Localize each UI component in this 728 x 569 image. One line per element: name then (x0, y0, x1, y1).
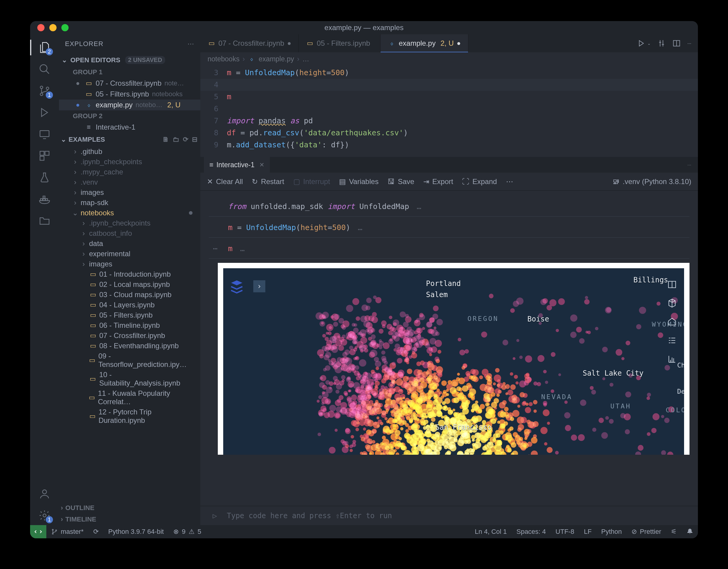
timeline-section[interactable]: › TIMELINE (59, 514, 200, 525)
explorer-more-icon[interactable]: ⋯ (187, 40, 194, 48)
map-canvas[interactable]: › BillingsPortlandSalemBoiseSalt Lake Ci… (223, 268, 684, 455)
remote-indicator[interactable] (30, 525, 46, 538)
formatter-status[interactable]: ⊘Prettier (627, 528, 666, 536)
activity-folder[interactable] (35, 211, 54, 230)
open-editor-row[interactable]: ≡Interactive-1 (59, 122, 200, 133)
tree-file[interactable]: ▭01 - Introduction.ipynb (59, 269, 200, 279)
tree-folder[interactable]: ›map-sdk (59, 198, 200, 208)
activity-settings[interactable]: 1 (35, 506, 54, 525)
interactive-input[interactable]: ▷ Type code here and press ⇧Enter to run (200, 506, 698, 525)
problems-status[interactable]: ⊗9 ⚠5 (168, 528, 206, 536)
tree-folder-notebooks[interactable]: ⌄ notebooks (59, 208, 200, 218)
interactive-body[interactable]: from unfolded.map_sdk import UnfoldedMap… (200, 191, 698, 506)
editor-tab[interactable]: ⬨example.py2, U● (381, 34, 468, 52)
play-icon[interactable]: ▷ (209, 512, 221, 520)
tree-file[interactable]: ▭02 - Local maps.ipynb (59, 279, 200, 290)
new-file-icon[interactable]: 🗎 (162, 136, 169, 143)
interactive-cell[interactable]: from unfolded.map_sdk import UnfoldedMap… (209, 200, 689, 217)
activity-search[interactable] (35, 60, 54, 79)
tree-file[interactable]: ▭08 - Eventhandling.ipynb (59, 341, 200, 351)
breadcrumb-seg[interactable]: notebooks (208, 55, 239, 63)
kernel-selector[interactable]: 🖳.venv (Python 3.8.10) (612, 177, 691, 186)
code-line[interactable]: 3m = UnfoldedMap(height=500) (200, 67, 698, 79)
run-icon[interactable] (637, 39, 646, 48)
eol-status[interactable]: LF (579, 528, 597, 536)
cell-gutter-ellipsis[interactable]: ⋯ (213, 244, 217, 253)
open-editors-section[interactable]: ⌄ OPEN EDITORS 2 UNSAVED (59, 54, 200, 66)
split-icon[interactable] (672, 39, 681, 48)
git-branch-status[interactable]: master* (46, 528, 88, 536)
tree-folder[interactable]: ›.mypy_cache (59, 167, 200, 177)
clear-all-button[interactable]: ✕Clear All (207, 177, 243, 186)
activity-remote-explorer[interactable] (35, 125, 54, 144)
activity-extensions[interactable] (35, 146, 54, 165)
tree-folder[interactable]: ›experimental (59, 249, 200, 259)
code-line[interactable]: 9m.add_dataset({'data': df}) (200, 139, 698, 151)
diff-icon[interactable] (657, 39, 666, 48)
interactive-cell[interactable]: m = UnfoldedMap(height=500) … (209, 221, 689, 238)
code-line[interactable]: 5m (200, 91, 698, 103)
tree-folder[interactable]: ›.ipynb_checkpoints (59, 218, 200, 228)
code-line[interactable]: 7import pandas as pd (200, 115, 698, 127)
tree-file[interactable]: ▭05 - Filters.ipynb (59, 310, 200, 320)
new-folder-icon[interactable]: 🗀 (173, 136, 179, 143)
code-line[interactable]: 4 (200, 79, 698, 91)
open-editor-row[interactable]: ▭05 - Filters.ipynb notebooks (59, 89, 200, 100)
activity-docker[interactable] (35, 189, 54, 209)
activity-testing[interactable] (35, 168, 54, 187)
code-line[interactable]: 8df = pd.read_csv('data/earthquakes.csv'… (200, 127, 698, 139)
tree-file[interactable]: ▭03 - Cloud maps.ipynb (59, 290, 200, 300)
editor-tab[interactable]: ▭05 - Filters.ipynb (299, 34, 381, 52)
activity-accounts[interactable] (35, 484, 54, 503)
variables-button[interactable]: ▤Variables (339, 177, 378, 186)
tree-file[interactable]: ▭07 - Crossfilter.ipynb (59, 331, 200, 341)
interrupt-button[interactable]: ▢Interrupt (293, 177, 330, 186)
tree-folder[interactable]: ›.ipynb_checkpoints (59, 157, 200, 167)
save-button[interactable]: 🖫Save (387, 177, 414, 186)
editor-tab[interactable]: ▭07 - Crossfilter.ipynb● (200, 34, 299, 52)
run-dropdown-icon[interactable]: ⌄ (647, 41, 651, 46)
notifications-status[interactable]: 🔔︎ (682, 528, 698, 536)
interactive-cell[interactable]: ⋯m … (209, 242, 689, 259)
open-editor-row[interactable]: ●▭07 - Crossfilter.ipynb note… (59, 78, 200, 89)
tree-folder[interactable]: ›images (59, 259, 200, 269)
refresh-icon[interactable]: ⟳ (183, 136, 188, 143)
outline-section[interactable]: › OUTLINE (59, 502, 200, 514)
tree-file[interactable]: ▭04 - Layers.ipynb (59, 300, 200, 310)
maximize-icon[interactable] (61, 24, 69, 31)
tree-file[interactable]: ▭10 - Suitability_Analysis.ipynb (59, 370, 200, 388)
tree-file[interactable]: ▭12 - Pytorch Trip Duration.ipynb (59, 407, 200, 426)
tree-folder[interactable]: ›.venv (59, 177, 200, 187)
tree-file[interactable]: ▭06 - Timeline.ipynb (59, 320, 200, 331)
activity-run-debug[interactable] (35, 103, 54, 122)
python-interpreter-status[interactable]: Python 3.9.7 64-bit (103, 528, 169, 536)
sync-status[interactable]: ⟳ (88, 528, 103, 536)
code-line[interactable]: 6 (200, 103, 698, 115)
breadcrumb[interactable]: notebooks › ⬨ example.py › … (200, 52, 698, 66)
tree-file[interactable]: ▭09 - Tensorflow_prediction.ipy… (59, 351, 200, 370)
code-editor[interactable]: 3m = UnfoldedMap(height=500)45m67import … (200, 66, 698, 157)
close-icon[interactable] (37, 24, 45, 31)
feedback-status[interactable]: ⚟ (666, 528, 682, 536)
tree-folder[interactable]: ›.github (59, 146, 200, 157)
file-tree[interactable]: ›.github›.ipynb_checkpoints›.mypy_cache›… (59, 146, 200, 502)
breadcrumb-seg[interactable]: … (302, 55, 309, 63)
close-icon[interactable]: ✕ (259, 161, 264, 168)
tree-folder[interactable]: ›data (59, 238, 200, 249)
breadcrumb-seg[interactable]: example.py (259, 55, 294, 63)
expand-button[interactable]: ⛶Expand (462, 177, 497, 186)
more-icon[interactable]: ⋯ (687, 41, 691, 46)
workspace-header[interactable]: ⌄ EXAMPLES 🗎 🗀 ⟳ ⊟ (59, 133, 200, 146)
toolbar-overflow-icon[interactable]: ⋯ (506, 177, 514, 186)
language-status[interactable]: Python (597, 528, 627, 536)
collapse-icon[interactable]: ⊟ (192, 136, 197, 143)
tree-folder[interactable]: ›images (59, 187, 200, 198)
tree-file[interactable]: ▭11 - Kuwala Popularity Correlat… (59, 388, 200, 407)
interactive-more-icon[interactable]: ⋯ (684, 163, 694, 167)
activity-explorer[interactable]: 2 (35, 38, 54, 57)
cursor-status[interactable]: Ln 4, Col 1 (470, 528, 511, 536)
encoding-status[interactable]: UTF-8 (551, 528, 579, 536)
indentation-status[interactable]: Spaces: 4 (512, 528, 551, 536)
open-editor-row[interactable]: ●⬨example.py notebo… 2, U (59, 100, 200, 110)
restart-button[interactable]: ↻Restart (252, 177, 284, 186)
